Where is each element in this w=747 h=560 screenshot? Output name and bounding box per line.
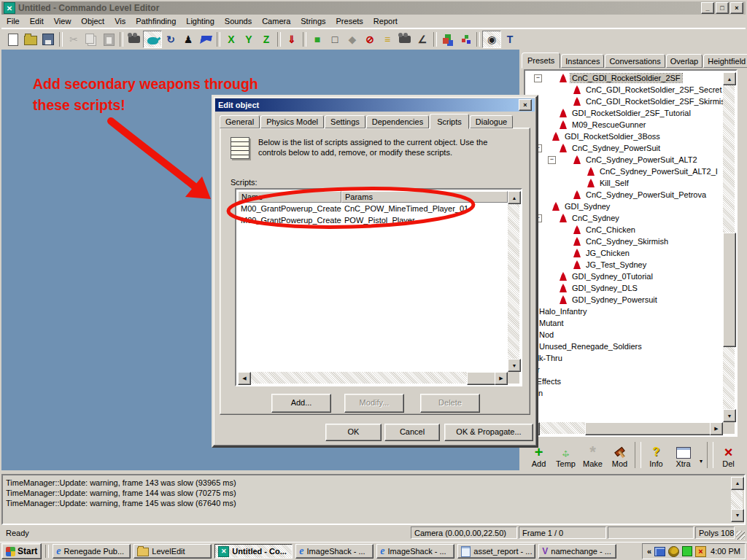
panel-tab[interactable]: Conversations <box>605 54 665 68</box>
taskbar-asset-report[interactable]: asset_report - ... <box>457 544 535 559</box>
minimize-button[interactable]: _ <box>701 2 714 14</box>
tree-item[interactable]: CnC_GDI_RocketSoldier_2SF_Secret <box>527 84 723 96</box>
x-axis-icon[interactable]: X <box>222 31 240 47</box>
tree-item[interactable]: ition <box>527 387 723 399</box>
scroll-down-icon[interactable]: ▼ <box>731 509 744 522</box>
axis-rotate-icon[interactable]: ↻ <box>162 31 179 47</box>
y-axis-icon[interactable]: Y <box>240 31 258 47</box>
tree-item[interactable]: GDI_Sydney_0Tutorial <box>527 271 723 282</box>
scroll-up-icon[interactable]: ▲ <box>508 191 521 204</box>
menu-item[interactable]: Lighting <box>181 15 220 27</box>
network-icon[interactable] <box>654 547 665 556</box>
scroll-up-icon[interactable]: ▲ <box>723 72 736 85</box>
ok-button[interactable]: OK <box>325 424 382 441</box>
menu-item[interactable]: View <box>49 15 77 27</box>
panel-tab[interactable]: Overlap <box>666 54 703 68</box>
maximize-button[interactable]: □ <box>716 2 729 14</box>
tree-expander-icon[interactable]: − <box>548 156 556 164</box>
globe-icon[interactable] <box>668 546 679 557</box>
scroll-right-icon[interactable]: ▶ <box>710 422 723 435</box>
runner-icon[interactable]: ♟ <box>179 31 197 47</box>
tree-item[interactable]: CnC_Sydney_PowerSuit_Petrova <box>527 189 723 201</box>
tree-scroll-thumb[interactable] <box>723 233 736 347</box>
dialog-close-icon[interactable]: × <box>519 99 532 111</box>
tree-item[interactable]: Kill_Self <box>527 177 723 189</box>
tray-chevron-icon[interactable]: « <box>647 547 651 556</box>
tree-item[interactable]: − GDI_RocketSoldier_3Boss <box>527 131 723 142</box>
dialog-tab[interactable]: Scripts <box>430 114 469 129</box>
text-tool-icon[interactable]: T <box>501 31 519 47</box>
column-header-params[interactable]: Params <box>341 191 508 203</box>
scroll-down-icon[interactable]: ▼ <box>723 409 736 422</box>
menu-item[interactable]: Edit <box>25 15 49 27</box>
tree-item[interactable]: − GDI_Sydney <box>527 201 723 212</box>
tree-item[interactable]: − CnC_Sydney <box>527 212 723 224</box>
tree-item[interactable]: Nod <box>527 329 723 341</box>
teapot-render-icon[interactable] <box>143 31 162 48</box>
menu-item[interactable]: File <box>1 15 25 27</box>
tree-horizontal-scrollbar[interactable]: ◀ ▶ <box>527 422 723 434</box>
no-entry-icon[interactable]: ⊘ <box>361 31 379 47</box>
paste-icon[interactable] <box>100 31 117 47</box>
flag-icon[interactable] <box>197 31 214 47</box>
tree-item[interactable]: − CnC_Sydney_PowerSuit_ALT2 <box>527 154 723 166</box>
column-header-name[interactable]: Name <box>238 191 341 203</box>
movie-camera-icon[interactable] <box>125 31 143 47</box>
script-row[interactable]: M00_GrantPowerup_Created POW_Pistol_Play… <box>238 214 508 226</box>
preset-xtra-button[interactable]: Xtra <box>670 447 697 468</box>
menu-item[interactable]: Presets <box>331 15 368 27</box>
preset-mod-button[interactable]: Mod <box>606 447 633 468</box>
dialog-tab[interactable]: Dependencies <box>366 115 429 128</box>
preset-add-button[interactable]: + Add <box>525 446 552 468</box>
taskbar-imageshack-2[interactable]: e ImageShack - ... <box>376 544 454 559</box>
modify-script-button[interactable]: Modify... <box>344 394 404 413</box>
tree-item[interactable]: GDI_Sydney_DLS <box>527 282 723 294</box>
panel-tab[interactable]: Instances <box>561 54 604 68</box>
preset-temp-button[interactable]: ↔ Temp <box>552 446 579 468</box>
green-app-icon[interactable] <box>682 546 692 556</box>
taskbar-leveledit-folder[interactable]: LevelEdit <box>133 544 212 559</box>
start-button[interactable]: Start <box>1 543 42 559</box>
dialog-tab[interactable]: Dialogue <box>470 115 513 128</box>
taskbar-renegade-pub[interactable]: e Renegade Pub... <box>53 544 131 559</box>
tree-expander-icon[interactable]: − <box>534 74 542 82</box>
tree-item[interactable]: Unused_Renegade_Soldiers <box>527 341 723 352</box>
scroll-down-icon[interactable]: ▼ <box>508 359 521 372</box>
menu-item[interactable]: Vis <box>109 15 131 27</box>
tree-item[interactable]: M09_RescueGunner <box>527 119 723 131</box>
menu-item[interactable]: Camera <box>257 15 295 27</box>
angle-icon[interactable]: ∠ <box>414 31 431 47</box>
tree-item[interactable]: al Effects <box>527 376 723 387</box>
copy-icon[interactable] <box>82 31 100 47</box>
tree-item[interactable]: CnC_Chicken <box>527 224 723 236</box>
tree-hscroll-thumb[interactable] <box>585 422 714 435</box>
panel-tab[interactable]: Heightfield <box>703 54 747 68</box>
alert-x-icon[interactable]: × <box>695 546 706 557</box>
green-cube-icon[interactable]: ■ <box>309 31 326 47</box>
preset-info-button[interactable]: ? Info <box>643 446 670 468</box>
wire-cube-icon[interactable]: □ <box>326 31 344 47</box>
z-axis-icon[interactable]: Z <box>258 31 275 47</box>
tree-item[interactable]: CnC_Sydney_Skirmish <box>527 236 723 247</box>
tree-item[interactable]: GDI_RocketSoldier_2SF_Tutorial <box>527 107 723 119</box>
tree-item[interactable]: Mutant <box>527 317 723 329</box>
menu-item[interactable]: Object <box>76 15 109 27</box>
script-row[interactable]: M00_GrantPowerup_Created CnC_POW_MineTim… <box>238 203 508 214</box>
open-folder-icon[interactable] <box>22 31 39 47</box>
tree-item[interactable]: Valk-Thru <box>527 352 723 364</box>
log-vertical-scrollbar[interactable]: ▲ ▼ <box>731 477 743 522</box>
tree-item[interactable]: CnC_GDI_RocketSoldier_2SF_Skirmish <box>527 96 723 107</box>
camera-small-icon[interactable] <box>396 31 414 47</box>
color-cubes-icon[interactable] <box>439 31 457 47</box>
tree-vertical-scrollbar[interactable]: ▲ ▼ <box>723 72 735 422</box>
taskbar-imageshack-1[interactable]: e ImageShack - ... <box>295 544 374 559</box>
scroll-left-icon[interactable]: ◀ <box>238 372 251 385</box>
drop-to-ground-icon[interactable]: ⇓ <box>283 31 301 47</box>
delete-script-button[interactable]: Delete <box>420 394 480 413</box>
levels-icon[interactable]: ≡ <box>379 31 396 47</box>
menu-item[interactable]: Sounds <box>220 15 257 27</box>
tree-item[interactable]: − CnC_Sydney_PowerSuit <box>527 142 723 154</box>
ok-propagate-button[interactable]: OK & Propagate... <box>444 424 533 441</box>
tree-item[interactable]: JG_Chicken <box>527 247 723 259</box>
list-hscroll-thumb[interactable] <box>467 372 496 385</box>
